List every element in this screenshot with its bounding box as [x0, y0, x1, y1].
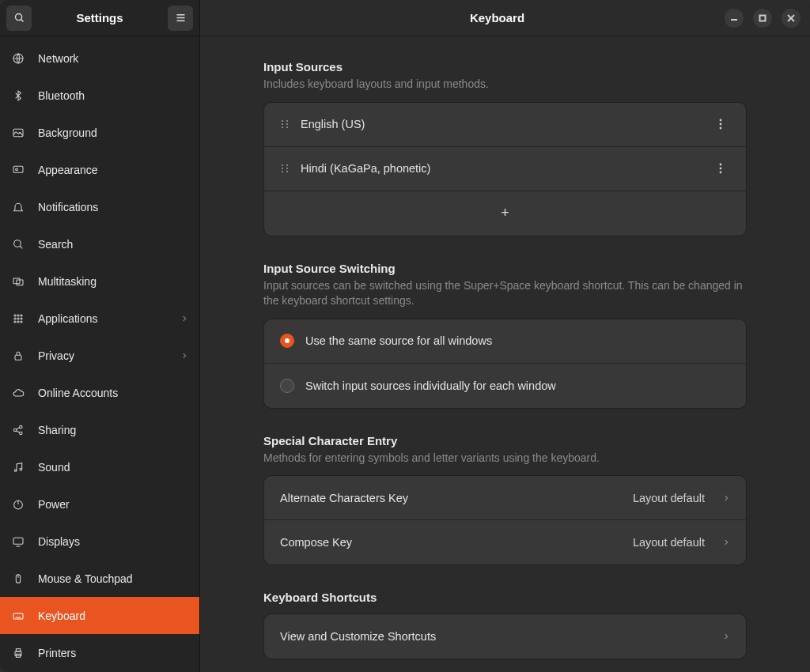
svg-point-56 [282, 171, 283, 172]
input-sources-list: English (US) Hindi (KaGaPa, phonetic) + [263, 102, 747, 236]
input-sources-section: Input Sources Includes keyboard layouts … [263, 60, 747, 236]
sidebar-item-sound[interactable]: Sound [0, 448, 199, 485]
svg-point-52 [282, 164, 283, 166]
share-icon [11, 424, 25, 436]
input-source-row[interactable]: Hindi (KaGaPa, phonetic) [264, 147, 746, 191]
svg-point-0 [15, 14, 21, 21]
svg-point-59 [720, 168, 722, 170]
drag-handle-icon[interactable] [280, 164, 290, 173]
sidebar-item-appearance[interactable]: Appearance [0, 151, 199, 188]
cloud-icon [11, 387, 25, 399]
input-switching-options: Use the same source for all windows Swit… [263, 319, 747, 409]
close-button[interactable] [782, 9, 801, 28]
svg-point-53 [286, 164, 288, 166]
svg-rect-34 [13, 613, 23, 618]
more-options-button[interactable] [711, 159, 730, 178]
svg-point-54 [282, 168, 283, 169]
compose-key-row[interactable]: Compose Key Layout default [264, 520, 746, 564]
keyboard-shortcuts-list: View and Customize Shortcuts [263, 613, 747, 659]
sidebar-item-power[interactable]: Power [0, 485, 199, 523]
primary-menu-button[interactable] [168, 6, 193, 31]
input-source-row[interactable]: English (US) [264, 103, 746, 147]
section-title: Special Character Entry [263, 434, 747, 447]
sidebar-item-label: Applications [38, 312, 168, 325]
sidebar-item-background[interactable]: Background [0, 114, 199, 151]
svg-rect-22 [15, 355, 21, 360]
more-options-button[interactable] [711, 115, 730, 134]
plus-icon: + [501, 205, 509, 221]
row-label: View and Customize Shortcuts [280, 630, 705, 643]
svg-point-20 [17, 320, 19, 322]
sidebar-header: Settings [0, 0, 199, 36]
svg-point-17 [17, 317, 19, 319]
music-icon [11, 461, 25, 474]
power-icon [11, 498, 25, 511]
window-controls [725, 9, 804, 28]
section-desc: Methods for entering symbols and letter … [263, 451, 747, 466]
svg-point-43 [282, 120, 283, 122]
sidebar-item-keyboard[interactable]: Keyboard [0, 597, 199, 634]
chevron-right-icon [722, 632, 730, 640]
bluetooth-icon [11, 89, 25, 102]
page-title: Keyboard [270, 11, 725, 25]
svg-point-19 [14, 320, 16, 322]
sidebar-item-multitasking[interactable]: Multitasking [0, 262, 199, 300]
keyboard-icon [11, 610, 25, 622]
lock-icon [11, 349, 25, 362]
svg-rect-7 [13, 166, 23, 172]
sidebar-item-displays[interactable]: Displays [0, 523, 199, 560]
sidebar-item-label: Keyboard [38, 610, 188, 622]
svg-point-58 [720, 164, 722, 166]
svg-point-15 [21, 314, 22, 315]
svg-point-21 [21, 320, 22, 322]
globe-icon [11, 52, 25, 65]
sidebar-item-network[interactable]: Network [0, 40, 199, 77]
svg-point-45 [282, 123, 283, 125]
view-shortcuts-row[interactable]: View and Customize Shortcuts [264, 614, 746, 659]
section-desc: Includes keyboard layouts and input meth… [263, 77, 747, 92]
special-character-section: Special Character Entry Methods for ente… [263, 434, 747, 566]
sidebar-item-applications[interactable]: Applications [0, 300, 199, 337]
content-area: Input Sources Includes keyboard layouts … [200, 36, 810, 672]
maximize-button[interactable] [753, 9, 772, 28]
minimize-button[interactable] [725, 9, 744, 28]
sidebar-item-label: Sound [38, 461, 188, 474]
svg-line-10 [20, 246, 22, 248]
svg-point-51 [720, 127, 722, 130]
search-button[interactable] [6, 6, 32, 31]
display-icon [11, 535, 25, 548]
sidebar-item-notifications[interactable]: Notifications [0, 188, 199, 225]
row-value: Layout default [633, 492, 705, 504]
alternate-chars-row[interactable]: Alternate Characters Key Layout default [264, 476, 746, 520]
main-panel: Keyboard Input Sources Includes keyboard… [200, 0, 810, 672]
sidebar-item-online-accounts[interactable]: Online Accounts [0, 374, 199, 411]
sidebar-item-privacy[interactable]: Privacy [0, 337, 199, 374]
svg-rect-30 [13, 538, 23, 544]
row-label: Compose Key [280, 536, 622, 549]
drag-handle-icon[interactable] [280, 119, 290, 129]
sidebar-item-bluetooth[interactable]: Bluetooth [0, 77, 199, 114]
sidebar-item-label: Appearance [38, 164, 188, 176]
section-desc: Input sources can be switched using the … [263, 278, 747, 309]
svg-point-44 [286, 120, 288, 122]
sidebar: Settings Network Bluetooth Background Ap… [0, 0, 200, 672]
switching-same-option[interactable]: Use the same source for all windows [264, 319, 746, 364]
section-title: Keyboard Shortcuts [263, 591, 747, 604]
row-value: Layout default [633, 536, 705, 549]
svg-point-57 [286, 171, 288, 172]
svg-point-13 [14, 314, 16, 315]
sidebar-item-label: Multitasking [38, 275, 188, 288]
svg-point-18 [21, 317, 22, 319]
sidebar-item-label: Privacy [38, 349, 168, 362]
sidebar-item-label: Mouse & Touchpad [38, 572, 188, 585]
switching-each-option[interactable]: Switch input sources individually for ea… [264, 364, 746, 408]
sidebar-item-search[interactable]: Search [0, 225, 199, 262]
add-input-source-button[interactable]: + [264, 191, 746, 236]
printer-icon [11, 647, 25, 659]
sidebar-item-mouse[interactable]: Mouse & Touchpad [0, 560, 199, 597]
svg-point-60 [720, 172, 722, 174]
sidebar-item-printers[interactable]: Printers [0, 634, 199, 671]
option-label: Switch input sources individually for ea… [305, 379, 730, 392]
chevron-right-icon [180, 352, 188, 360]
sidebar-item-sharing[interactable]: Sharing [0, 411, 199, 448]
